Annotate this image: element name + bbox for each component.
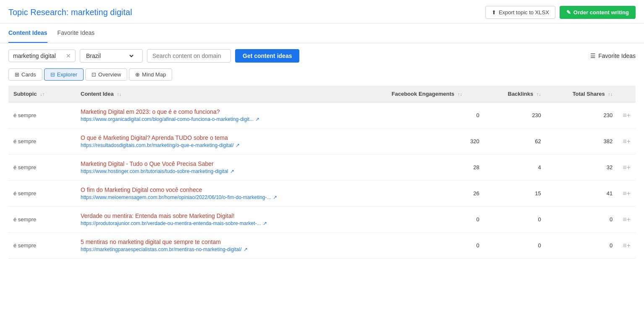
- sort-fb-icon: ↑↓: [458, 92, 462, 97]
- row-add-icon[interactable]: ≡+: [623, 112, 631, 119]
- content-idea-cell: Marketing Digital em 2023: o que é e com…: [76, 102, 369, 128]
- favorite-ideas-btn[interactable]: ☰ Favorite Ideas: [590, 52, 636, 59]
- view-tab-cards[interactable]: ⊞ Cards: [8, 68, 42, 81]
- country-select-box[interactable]: Brazil United States United Kingdom: [80, 49, 143, 63]
- mindmap-icon: ⊕: [135, 71, 140, 78]
- total-shares-cell: 0: [546, 207, 618, 233]
- col-fb-engagements[interactable]: Facebook Engagements ↑↓: [369, 86, 484, 102]
- row-actions-cell: ≡+: [618, 128, 636, 155]
- col-actions: [618, 86, 636, 102]
- toolbar: ✕ Brazil United States United Kingdom Ge…: [0, 43, 644, 68]
- overview-icon: ⊡: [92, 71, 96, 78]
- content-url-link[interactable]: https://resultadosdigitais.com.br/market…: [81, 142, 364, 148]
- col-backlinks[interactable]: Backlinks ↑↓: [484, 86, 546, 102]
- page-header: Topic Research: marketing digital ⬆ Expo…: [0, 0, 644, 24]
- table-row: é sempre Verdade ou mentira: Entenda mai…: [8, 207, 636, 233]
- backlinks-cell: 62: [484, 128, 546, 155]
- topic-search-box[interactable]: ✕: [8, 50, 76, 62]
- row-actions-cell: ≡+: [618, 155, 636, 181]
- table-row: é sempre Marketing Digital - Tudo o Que …: [8, 155, 636, 181]
- fb-engagements-cell: 26: [369, 181, 484, 207]
- fb-engagements-cell: 0: [369, 233, 484, 259]
- external-link-icon: ↗: [263, 220, 267, 226]
- fb-engagements-cell: 0: [369, 207, 484, 233]
- clear-topic-icon[interactable]: ✕: [66, 52, 71, 59]
- header-actions: ⬆ Export topic to XLSX ✎ Order content w…: [485, 6, 636, 19]
- view-tabs: ⊞ Cards ⊟ Explorer ⊡ Overview ⊕ Mind Map: [0, 68, 644, 86]
- external-link-icon: ↗: [243, 246, 248, 252]
- subtopic-cell: é sempre: [8, 207, 76, 233]
- total-shares-cell: 382: [546, 128, 618, 155]
- content-idea-cell: Marketing Digital - Tudo o Que Você Prec…: [76, 155, 369, 181]
- list-icon: ☰: [590, 52, 596, 59]
- col-subtopic[interactable]: Subtopic ↓↑: [8, 86, 76, 102]
- topic-input[interactable]: [13, 52, 63, 59]
- external-link-icon: ↗: [236, 142, 240, 148]
- row-actions-cell: ≡+: [618, 102, 636, 128]
- subtopic-cell: é sempre: [8, 233, 76, 259]
- subtopic-cell: é sempre: [8, 102, 76, 128]
- row-add-icon[interactable]: ≡+: [623, 138, 631, 145]
- table-header-row: Subtopic ↓↑ Content Idea ↑↓ Facebook Eng…: [8, 86, 636, 102]
- tab-favorite-ideas[interactable]: Favorite Ideas: [58, 24, 95, 43]
- sort-subtopic-icon: ↓↑: [40, 92, 45, 97]
- content-title-link[interactable]: Marketing Digital em 2023: o que é e com…: [81, 108, 364, 115]
- export-icon: ⬆: [492, 9, 496, 16]
- view-tab-explorer[interactable]: ⊟ Explorer: [44, 68, 84, 81]
- backlinks-cell: 15: [484, 181, 546, 207]
- fb-engagements-cell: 320: [369, 128, 484, 155]
- sort-shares-icon: ↑↓: [608, 92, 613, 97]
- row-add-icon[interactable]: ≡+: [623, 190, 631, 197]
- export-button[interactable]: ⬆ Export topic to XLSX: [485, 6, 555, 19]
- content-url-link[interactable]: https://marketingparaespecialistas.com.b…: [81, 246, 364, 252]
- content-url-link[interactable]: https://www.meioemensagem.com.br/home/op…: [81, 194, 364, 200]
- total-shares-cell: 32: [546, 155, 618, 181]
- backlinks-cell: 0: [484, 207, 546, 233]
- row-add-icon[interactable]: ≡+: [623, 164, 631, 171]
- fb-engagements-cell: 0: [369, 102, 484, 128]
- sort-backlinks-icon: ↑↓: [537, 92, 541, 97]
- cards-icon: ⊞: [15, 71, 19, 78]
- top-tabs: Content Ideas Favorite Ideas: [0, 24, 644, 43]
- total-shares-cell: 0: [546, 233, 618, 259]
- row-add-icon[interactable]: ≡+: [623, 216, 631, 223]
- page-title: Topic Research: marketing digital: [8, 8, 132, 17]
- content-idea-cell: O que é Marketing Digital? Aprenda TUDO …: [76, 128, 369, 155]
- subtopic-cell: é sempre: [8, 128, 76, 155]
- content-url-link[interactable]: https://www.hostinger.com.br/tutoriais/t…: [81, 168, 364, 174]
- subtopic-cell: é sempre: [8, 155, 76, 181]
- content-title-link[interactable]: 5 mentiras no marketing digital que semp…: [81, 239, 364, 245]
- content-title-link[interactable]: O que é Marketing Digital? Aprenda TUDO …: [81, 134, 364, 141]
- content-idea-cell: Verdade ou mentira: Entenda mais sobre M…: [76, 207, 369, 233]
- content-table: Subtopic ↓↑ Content Idea ↑↓ Facebook Eng…: [0, 86, 644, 259]
- external-link-icon: ↗: [273, 194, 277, 200]
- total-shares-cell: 230: [546, 102, 618, 128]
- view-tab-mindmap[interactable]: ⊕ Mind Map: [129, 68, 172, 81]
- row-add-icon[interactable]: ≡+: [623, 242, 631, 249]
- view-tab-overview[interactable]: ⊡ Overview: [85, 68, 127, 81]
- row-actions-cell: ≡+: [618, 233, 636, 259]
- content-title-link[interactable]: O fim do Marketing Digital como você con…: [81, 186, 364, 193]
- table-row: é sempre Marketing Digital em 2023: o qu…: [8, 102, 636, 128]
- tab-content-ideas[interactable]: Content Ideas: [8, 24, 47, 43]
- total-shares-cell: 41: [546, 181, 618, 207]
- content-url-link[interactable]: https://produtorajunior.com.br/verdade-o…: [81, 220, 364, 226]
- country-select[interactable]: Brazil United States United Kingdom: [84, 52, 135, 60]
- sort-content-icon: ↑↓: [117, 92, 121, 97]
- table-row: é sempre O que é Marketing Digital? Apre…: [8, 128, 636, 155]
- fb-engagements-cell: 28: [369, 155, 484, 181]
- content-title-link[interactable]: Verdade ou mentira: Entenda mais sobre M…: [81, 212, 364, 219]
- search-domain-input[interactable]: [147, 49, 231, 63]
- backlinks-cell: 230: [484, 102, 546, 128]
- col-content-idea[interactable]: Content Idea ↑↓: [76, 86, 369, 102]
- content-url-link[interactable]: https://www.organicadigital.com/blog/afi…: [81, 116, 364, 122]
- content-idea-cell: O fim do Marketing Digital como você con…: [76, 181, 369, 207]
- order-writing-button[interactable]: ✎ Order content writing: [560, 6, 636, 19]
- backlinks-cell: 4: [484, 155, 546, 181]
- subtopic-cell: é sempre: [8, 181, 76, 207]
- external-link-icon: ↗: [230, 168, 234, 174]
- row-actions-cell: ≡+: [618, 207, 636, 233]
- col-total-shares[interactable]: Total Shares ↑↓: [546, 86, 618, 102]
- content-title-link[interactable]: Marketing Digital - Tudo o Que Você Prec…: [81, 160, 364, 167]
- get-ideas-button[interactable]: Get content ideas: [235, 49, 299, 63]
